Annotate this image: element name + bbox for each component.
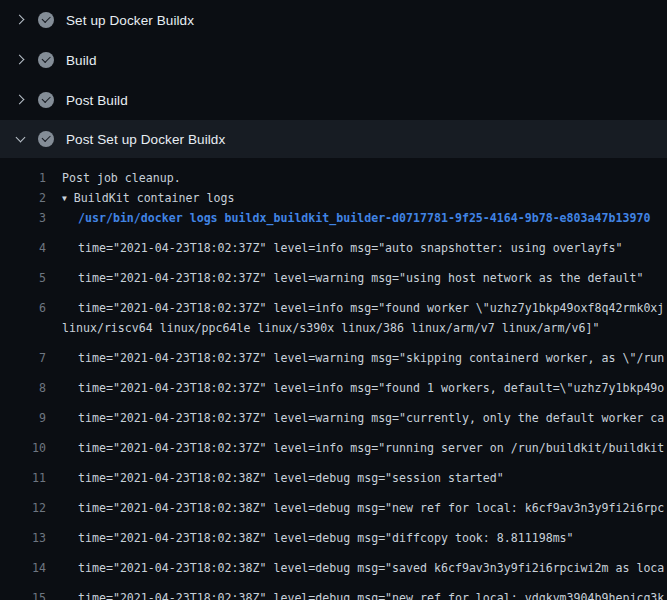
line-number xyxy=(0,318,46,338)
step-list: Set up Docker Buildx Build Post Build Po… xyxy=(0,0,667,158)
log-line: 14time="2021-04-23T18:02:38Z" level=debu… xyxy=(0,548,667,578)
log-line: 11time="2021-04-23T18:02:38Z" level=debu… xyxy=(0,458,667,488)
line-number[interactable]: 4 xyxy=(0,238,46,258)
disclosure-triangle-icon[interactable]: ▼ xyxy=(62,189,67,209)
step-label: Post Set up Docker Buildx xyxy=(66,132,225,147)
chevron-right-icon[interactable] xyxy=(12,52,28,68)
log-line: 5time="2021-04-23T18:02:37Z" level=warni… xyxy=(0,258,667,288)
line-number[interactable]: 10 xyxy=(0,438,46,458)
group-label: BuildKit container logs xyxy=(74,191,235,205)
line-number[interactable]: 15 xyxy=(0,588,46,600)
line-number[interactable]: 12 xyxy=(0,498,46,518)
step-label: Build xyxy=(66,53,97,68)
chevron-right-icon[interactable] xyxy=(12,92,28,108)
log-text: time="2021-04-23T18:02:38Z" level=debug … xyxy=(62,558,664,578)
log-text: time="2021-04-23T18:02:37Z" level=warnin… xyxy=(62,348,664,368)
check-circle-icon xyxy=(38,52,54,68)
log-text: Post job cleanup. xyxy=(62,168,181,188)
log-lines: 1Post job cleanup.2▼BuildKit container l… xyxy=(0,158,667,600)
line-number[interactable]: 1 xyxy=(0,168,46,188)
log-line: 7time="2021-04-23T18:02:37Z" level=warni… xyxy=(0,338,667,368)
log-text: time="2021-04-23T18:02:37Z" level=warnin… xyxy=(62,268,643,288)
log-text: time="2021-04-23T18:02:37Z" level=info m… xyxy=(62,378,664,398)
step-post-build[interactable]: Post Build xyxy=(0,80,667,120)
step-label: Post Build xyxy=(66,93,128,108)
log-text: time="2021-04-23T18:02:38Z" level=debug … xyxy=(62,528,574,548)
log-text: ▼BuildKit container logs xyxy=(62,188,234,208)
line-number[interactable]: 2 xyxy=(0,188,46,208)
log-line: 9time="2021-04-23T18:02:37Z" level=warni… xyxy=(0,398,667,428)
chevron-right-icon[interactable] xyxy=(12,12,28,28)
log-text: linux/riscv64 linux/ppc64le linux/s390x … xyxy=(62,318,599,338)
step-build[interactable]: Build xyxy=(0,40,667,80)
line-number[interactable]: 14 xyxy=(0,558,46,578)
log-line: 1Post job cleanup. xyxy=(0,168,667,188)
log-line: 6time="2021-04-23T18:02:37Z" level=info … xyxy=(0,288,667,318)
log-line: 15time="2021-04-23T18:02:38Z" level=debu… xyxy=(0,578,667,600)
check-circle-icon xyxy=(38,12,54,28)
log-text: time="2021-04-23T18:02:38Z" level=debug … xyxy=(62,468,504,488)
line-number[interactable]: 13 xyxy=(0,528,46,548)
log-text: time="2021-04-23T18:02:37Z" level=info m… xyxy=(62,238,622,258)
log-line: 8time="2021-04-23T18:02:37Z" level=info … xyxy=(0,368,667,398)
line-number[interactable]: 3 xyxy=(0,208,46,228)
log-line: linux/riscv64 linux/ppc64le linux/s390x … xyxy=(0,318,667,338)
line-number[interactable]: 6 xyxy=(0,298,46,318)
log-line: 3/usr/bin/docker logs buildx_buildkit_bu… xyxy=(0,208,667,228)
log-line: 2▼BuildKit container logs xyxy=(0,188,667,208)
line-number[interactable]: 7 xyxy=(0,348,46,368)
line-number[interactable]: 11 xyxy=(0,468,46,488)
log-line: 12time="2021-04-23T18:02:38Z" level=debu… xyxy=(0,488,667,518)
step-label: Set up Docker Buildx xyxy=(66,13,194,28)
command-text: /usr/bin/docker logs buildx_buildkit_bui… xyxy=(62,208,650,228)
line-number[interactable]: 8 xyxy=(0,378,46,398)
log-line: 4time="2021-04-23T18:02:37Z" level=info … xyxy=(0,228,667,258)
line-number[interactable]: 5 xyxy=(0,268,46,288)
chevron-down-icon[interactable] xyxy=(12,131,28,147)
step-set-up-docker-buildx[interactable]: Set up Docker Buildx xyxy=(0,0,667,40)
line-number[interactable]: 9 xyxy=(0,408,46,428)
check-circle-icon xyxy=(38,131,54,147)
log-line: 10time="2021-04-23T18:02:37Z" level=info… xyxy=(0,428,667,458)
log-text: time="2021-04-23T18:02:37Z" level=info m… xyxy=(62,438,664,458)
log-text: time="2021-04-23T18:02:37Z" level=info m… xyxy=(62,298,664,318)
log-text: time="2021-04-23T18:02:38Z" level=debug … xyxy=(62,588,664,600)
check-circle-icon xyxy=(38,92,54,108)
step-post-set-up-docker-buildx[interactable]: Post Set up Docker Buildx xyxy=(0,120,667,158)
log-text: time="2021-04-23T18:02:38Z" level=debug … xyxy=(62,498,664,518)
log-text: time="2021-04-23T18:02:37Z" level=warnin… xyxy=(62,408,664,428)
log-line: 13time="2021-04-23T18:02:38Z" level=debu… xyxy=(0,518,667,548)
